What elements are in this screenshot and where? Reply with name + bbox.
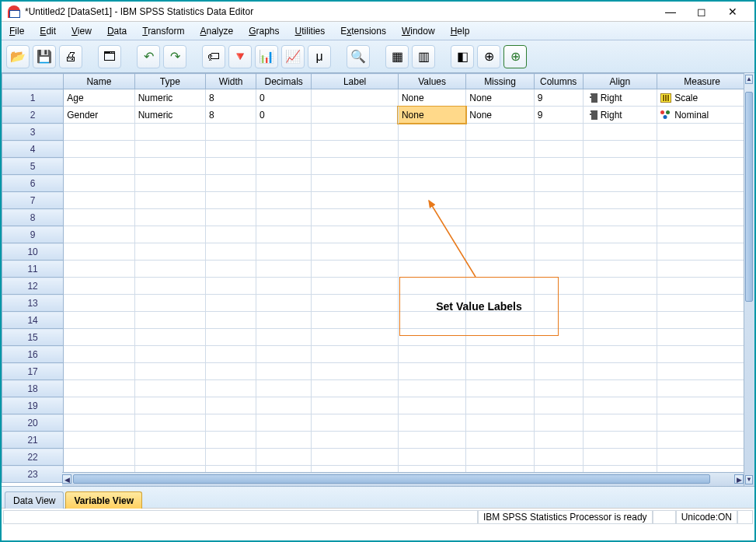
empty-cell[interactable] — [64, 261, 134, 278]
empty-cell[interactable] — [256, 432, 312, 449]
empty-cell[interactable] — [206, 414, 256, 432]
scroll-up-icon[interactable]: ▲ — [745, 75, 753, 84]
empty-cell[interactable] — [657, 312, 747, 329]
empty-cell[interactable] — [466, 192, 534, 209]
cell-type[interactable]: Numeric — [134, 107, 205, 124]
menu-utilities[interactable]: Utilities — [295, 26, 326, 37]
empty-cell[interactable] — [64, 346, 134, 363]
empty-cell[interactable] — [64, 209, 134, 226]
empty-cell[interactable] — [657, 295, 747, 312]
cell-missing[interactable]: None — [466, 107, 534, 124]
row-number[interactable]: 2 — [2, 107, 64, 124]
cell-name[interactable]: Age — [64, 89, 134, 107]
row-number[interactable]: 10 — [2, 243, 64, 261]
empty-cell[interactable] — [256, 158, 312, 175]
empty-cell[interactable] — [64, 243, 134, 261]
empty-cell[interactable] — [206, 312, 256, 329]
table-row[interactable]: 9 — [2, 226, 747, 243]
empty-cell[interactable] — [312, 329, 399, 346]
empty-cell[interactable] — [398, 346, 465, 363]
empty-cell[interactable] — [657, 380, 747, 397]
empty-cell[interactable] — [657, 141, 747, 158]
empty-cell[interactable] — [657, 124, 747, 141]
empty-cell[interactable] — [256, 261, 312, 278]
empty-cell[interactable] — [134, 278, 205, 295]
empty-cell[interactable] — [64, 363, 134, 380]
col-decimals[interactable]: Decimals — [256, 74, 312, 89]
empty-cell[interactable] — [583, 141, 657, 158]
compute-icon[interactable]: μ — [308, 45, 331, 68]
empty-cell[interactable] — [583, 192, 657, 209]
row-number[interactable]: 4 — [2, 141, 64, 158]
empty-cell[interactable] — [534, 226, 583, 243]
empty-cell[interactable] — [206, 397, 256, 414]
empty-cell[interactable] — [583, 432, 657, 449]
empty-cell[interactable] — [256, 124, 312, 141]
empty-cell[interactable] — [134, 363, 205, 380]
redo-icon[interactable]: ↷ — [163, 45, 186, 68]
menu-view[interactable]: View — [71, 26, 92, 37]
empty-cell[interactable] — [657, 192, 747, 209]
empty-cell[interactable] — [312, 175, 399, 192]
empty-cell[interactable] — [466, 346, 534, 363]
empty-cell[interactable] — [206, 278, 256, 295]
cell-columns[interactable]: 9 — [534, 89, 583, 107]
empty-cell[interactable] — [657, 158, 747, 175]
empty-cell[interactable] — [583, 312, 657, 329]
cell-label[interactable] — [312, 107, 399, 124]
empty-cell[interactable] — [398, 141, 465, 158]
scroll-thumb-h[interactable] — [73, 474, 710, 484]
empty-cell[interactable] — [398, 363, 465, 380]
empty-cell[interactable] — [206, 158, 256, 175]
empty-cell[interactable] — [657, 397, 747, 414]
empty-cell[interactable] — [206, 175, 256, 192]
empty-cell[interactable] — [583, 329, 657, 346]
empty-cell[interactable] — [398, 449, 465, 466]
empty-cell[interactable] — [312, 158, 399, 175]
goto-variable-icon[interactable]: 🔻 — [228, 45, 252, 68]
variable-table[interactable]: Name Type Width Decimals Label Values Mi… — [2, 73, 747, 483]
cell-width[interactable]: 8 — [206, 89, 256, 107]
empty-cell[interactable] — [657, 261, 747, 278]
empty-cell[interactable] — [134, 380, 205, 397]
empty-cell[interactable] — [64, 432, 134, 449]
insert-cases-icon[interactable]: ▦ — [385, 45, 409, 68]
empty-cell[interactable] — [534, 449, 583, 466]
empty-cell[interactable] — [657, 226, 747, 243]
empty-cell[interactable] — [256, 346, 312, 363]
empty-cell[interactable] — [64, 124, 134, 141]
empty-cell[interactable] — [398, 209, 465, 226]
col-measure[interactable]: Measure — [657, 74, 747, 89]
cell-decimals[interactable]: 0 — [256, 89, 312, 107]
empty-cell[interactable] — [206, 380, 256, 397]
empty-cell[interactable] — [534, 261, 583, 278]
menu-window[interactable]: Window — [402, 26, 435, 37]
empty-cell[interactable] — [312, 380, 399, 397]
empty-cell[interactable] — [64, 380, 134, 397]
table-row[interactable]: 11 — [2, 261, 747, 278]
find-icon[interactable]: 🔍 — [347, 45, 370, 68]
table-row[interactable]: 17 — [2, 363, 747, 380]
empty-cell[interactable] — [534, 158, 583, 175]
recall-dialog-icon[interactable]: 🗔 — [98, 45, 121, 68]
goto-case-icon[interactable]: 🏷 — [202, 45, 225, 68]
empty-cell[interactable] — [256, 175, 312, 192]
row-number[interactable]: 3 — [2, 124, 64, 141]
row-number[interactable]: 21 — [2, 432, 64, 449]
empty-cell[interactable] — [657, 449, 747, 466]
empty-cell[interactable] — [134, 175, 205, 192]
empty-cell[interactable] — [583, 278, 657, 295]
empty-cell[interactable] — [583, 397, 657, 414]
empty-cell[interactable] — [256, 414, 312, 432]
empty-cell[interactable] — [134, 397, 205, 414]
print-icon[interactable]: 🖨 — [59, 45, 82, 68]
empty-cell[interactable] — [583, 414, 657, 432]
empty-cell[interactable] — [64, 175, 134, 192]
empty-cell[interactable] — [398, 124, 465, 141]
row-number[interactable]: 13 — [2, 295, 64, 312]
row-number[interactable]: 16 — [2, 346, 64, 363]
minimize-button[interactable]: — — [655, 3, 686, 20]
empty-cell[interactable] — [534, 432, 583, 449]
empty-cell[interactable] — [206, 295, 256, 312]
empty-cell[interactable] — [466, 363, 534, 380]
